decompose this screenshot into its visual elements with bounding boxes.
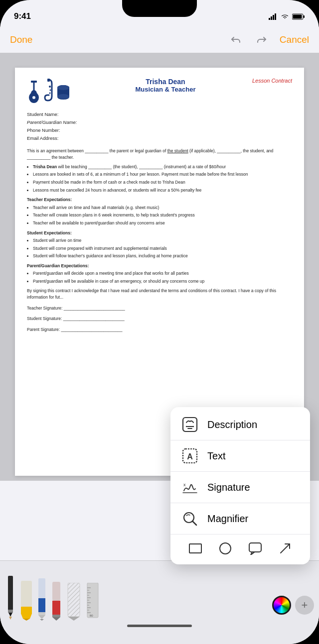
svg-rect-0 (269, 18, 270, 20)
pen-blue-icon (37, 578, 47, 621)
rectangle-shape-button[interactable] (186, 539, 204, 557)
se-1: Student will arrive on time (33, 237, 292, 244)
nav-bar: Done Cancel (0, 27, 319, 53)
svg-rect-47 (68, 583, 80, 617)
pe-2: Parent/guardian will be available in cas… (33, 278, 292, 285)
svg-point-11 (32, 96, 35, 99)
contract-label: Lesson Contract (252, 78, 292, 84)
svg-marker-45 (52, 617, 60, 621)
tools-row: 80 + (0, 561, 319, 621)
pe-1: Parent/guardian will decide upon a meeti… (33, 270, 292, 277)
cancel-button[interactable]: Cancel (280, 34, 309, 45)
signature-menu-item[interactable]: x Signature (170, 472, 310, 503)
teacher-signature-line: Teacher Signature: _____________________… (27, 305, 292, 312)
done-button[interactable]: Done (10, 34, 32, 45)
document-body: This is an agreement between __________ … (27, 148, 292, 333)
notch (122, 0, 197, 17)
teacher-expectations-list: Teacher will arrive on time and have all… (33, 205, 292, 227)
svg-point-15 (49, 93, 51, 94)
arrow-shape-button[interactable] (276, 539, 294, 557)
svg-rect-44 (52, 615, 60, 617)
status-time: 9:41 (14, 11, 31, 21)
svg-marker-40 (38, 615, 45, 619)
text-icon: A (180, 446, 199, 465)
texture-icon (66, 583, 82, 621)
svg-rect-5 (304, 15, 305, 18)
battery-icon (292, 13, 305, 20)
bottom-toolbar: 80 + (0, 560, 319, 644)
svg-point-13 (49, 86, 51, 88)
wifi-icon (281, 13, 289, 20)
teacher-expectations-title: Teacher Expectations: (27, 197, 292, 204)
guardian-name-field: Parent/Guardian Name: (27, 118, 292, 126)
eraser-tool[interactable] (51, 582, 62, 621)
redo-button[interactable] (254, 32, 270, 48)
document-title: Trisha Dean Musician & Teacher (79, 78, 252, 93)
texture-tool[interactable] (66, 583, 82, 621)
pen-blue-tool[interactable] (37, 578, 47, 621)
text-label: Text (207, 450, 226, 462)
color-wheel-icon (272, 596, 291, 615)
svg-rect-3 (275, 13, 276, 20)
pencil-tool[interactable] (5, 576, 16, 621)
te-3: Teacher will be available to parent/guar… (33, 220, 292, 227)
signature-label: Signature (207, 482, 250, 493)
parent-signature-line: Parent Signature: ______________________… (27, 326, 292, 333)
svg-rect-33 (21, 581, 32, 607)
saxophone-icon (43, 78, 54, 104)
document-header: Trisha Dean Musician & Teacher Lesson Co… (27, 78, 292, 104)
student-name-field: Student Name: (27, 110, 292, 118)
highlighter-tool[interactable] (20, 581, 33, 621)
svg-rect-12 (47, 79, 50, 82)
description-label: Description (207, 419, 257, 430)
screen: 9:41 (0, 0, 319, 644)
highlighter-icon (20, 581, 33, 621)
email-field: Email Address: (27, 134, 292, 142)
color-wheel-button[interactable] (272, 596, 291, 618)
svg-marker-41 (40, 619, 44, 621)
drum-icon (56, 79, 71, 104)
parent-expectations-title: Parent/Guardian Expectations: (27, 263, 292, 270)
eraser-icon (51, 582, 62, 621)
svg-text:80: 80 (90, 614, 93, 617)
speech-bubble-shape-button[interactable] (246, 539, 264, 557)
student-expectations-list: Student will arrive on time Student will… (33, 237, 292, 260)
bullet-1: Trisha Dean will be teaching __________ … (33, 164, 292, 171)
magnifier-icon (180, 509, 199, 528)
svg-rect-19 (183, 418, 197, 431)
plus-icon: + (295, 596, 314, 615)
popup-menu: Description A Text x (170, 407, 310, 564)
svg-marker-32 (9, 617, 12, 620)
svg-rect-9 (33, 82, 35, 94)
svg-rect-37 (38, 578, 45, 598)
phone-frame: 9:41 (0, 0, 319, 644)
student-signature-line: Student Signature: _____________________… (27, 316, 292, 322)
svg-text:A: A (187, 452, 193, 461)
text-menu-item[interactable]: A Text (170, 440, 310, 472)
svg-point-20 (186, 426, 187, 427)
svg-marker-48 (68, 617, 80, 621)
document-fields: Student Name: Parent/Guardian Name: Phon… (27, 110, 292, 143)
ruler-tool[interactable]: 80 (86, 583, 100, 621)
svg-rect-2 (273, 15, 274, 20)
magnifier-menu-item[interactable]: Magnifier (170, 503, 310, 535)
svg-rect-26 (189, 544, 201, 553)
svg-point-17 (57, 94, 69, 99)
te-1: Teacher will arrive on time and have all… (33, 205, 292, 212)
guitar-icon (27, 78, 41, 104)
description-menu-item[interactable]: Description (170, 409, 310, 440)
undo-button[interactable] (228, 32, 244, 48)
nav-actions: Cancel (228, 32, 309, 48)
add-tool-button[interactable]: + (295, 596, 314, 618)
status-icons (269, 13, 305, 20)
main-bullet-list: Trisha Dean will be teaching __________ … (33, 164, 292, 194)
shapes-row (170, 535, 310, 562)
svg-rect-6 (293, 14, 302, 18)
circle-shape-button[interactable] (216, 539, 234, 557)
se-2: Student will come prepared with instrume… (33, 245, 292, 252)
svg-rect-34 (21, 607, 32, 614)
svg-rect-28 (249, 543, 261, 552)
svg-marker-36 (23, 619, 30, 621)
signal-icon (269, 13, 278, 20)
svg-rect-42 (52, 582, 60, 601)
